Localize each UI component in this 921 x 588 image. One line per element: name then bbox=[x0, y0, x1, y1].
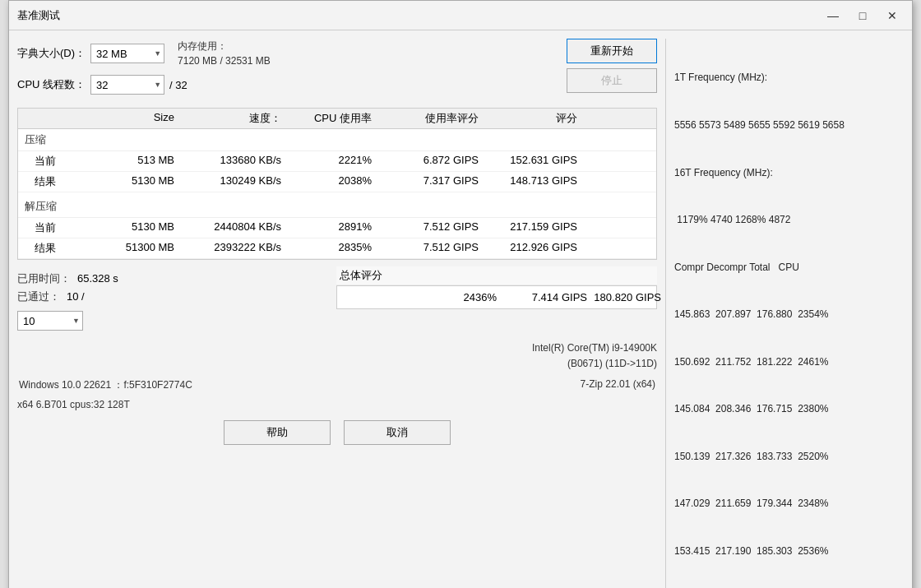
total-rating: 7.414 GIPS bbox=[497, 291, 587, 303]
row-2: 145.084 208.346 176.715 2380% bbox=[674, 401, 904, 417]
close-button[interactable]: ✕ bbox=[881, 7, 904, 24]
cpu-threads-max: / 32 bbox=[169, 79, 187, 91]
passed-value: 10 / bbox=[67, 290, 85, 303]
row-label: 当前 bbox=[21, 220, 104, 235]
row-speed: 133680 KB/s bbox=[178, 154, 285, 169]
total-row: 2436% 7.414 GIPS 180.820 GIPS bbox=[336, 285, 657, 309]
row-3: 150.139 217.326 183.733 2520% bbox=[674, 449, 904, 465]
os-info: Windows 10.0 22621 ：f:5F310F2774C bbox=[19, 378, 192, 392]
row-score: 152.631 GIPS bbox=[482, 154, 581, 169]
zip-info: 7-Zip 22.01 (x64) bbox=[581, 378, 655, 392]
left-panel: 字典大小(D)： 32 MB 64 MB 128 MB 内存使用： bbox=[17, 39, 657, 588]
table-row: 结果 5130 MB 130249 KB/s 2038% 7.317 GIPS … bbox=[18, 172, 656, 192]
row-label: 结果 bbox=[21, 174, 104, 189]
benchmark-table: Size 速度： CPU 使用率 使用率评分 评分 压缩 当前 513 MB 1… bbox=[17, 108, 657, 260]
mem-info: 内存使用： 7120 MB / 32531 MB bbox=[178, 39, 271, 68]
bottom-section: 已用时间： 65.328 s 已通过： 10 / 10 5 1 bbox=[17, 266, 657, 331]
row-score: 212.926 GIPS bbox=[482, 241, 581, 256]
row-cpu: 2221% bbox=[285, 154, 375, 169]
table-row: 结果 51300 MB 2393222 KB/s 2835% 7.512 GIP… bbox=[18, 238, 656, 259]
bottom-left: 已用时间： 65.328 s 已通过： 10 / 10 5 1 bbox=[17, 266, 328, 331]
freq-16t-values: 1179% 4740 1268% 4872 bbox=[674, 212, 904, 228]
row-rating: 7.317 GIPS bbox=[375, 174, 482, 189]
row-speed: 2440804 KB/s bbox=[178, 220, 285, 235]
arch-info: x64 6.B701 cpus:32 128T bbox=[17, 399, 130, 410]
cpu-info: Intel(R) Core(TM) i9-14900K (B0671) (11D… bbox=[17, 340, 657, 372]
total-section: 总体评分 2436% 7.414 GIPS 180.820 GIPS bbox=[336, 266, 657, 331]
cancel-button[interactable]: 取消 bbox=[344, 420, 451, 445]
restart-button[interactable]: 重新开始 bbox=[567, 39, 657, 63]
window-title: 基准测试 bbox=[17, 8, 60, 23]
row-4: 147.029 211.659 179.344 2348% bbox=[674, 496, 904, 512]
decompress-title: 解压缩 bbox=[18, 196, 656, 218]
freq-1t-label: 1T Frequency (MHz): bbox=[674, 70, 904, 86]
table-header: Size 速度： CPU 使用率 使用率评分 评分 bbox=[18, 109, 656, 129]
col-score: 评分 bbox=[482, 111, 581, 126]
freq-1t-values: 5556 5573 5489 5655 5592 5619 5658 bbox=[674, 118, 904, 133]
table-row: 当前 513 MB 133680 KB/s 2221% 6.872 GIPS 1… bbox=[18, 151, 656, 172]
total-score: 180.820 GIPS bbox=[587, 291, 661, 303]
elapsed-value: 65.328 s bbox=[77, 272, 118, 285]
freq-16t-label: 16T Frequency (MHz): bbox=[674, 165, 904, 181]
footer-info: Windows 10.0 22621 ：f:5F310F2774C 7-Zip … bbox=[17, 378, 657, 392]
col-header: Compr Decompr Total CPU bbox=[674, 260, 904, 275]
col-size: Size bbox=[104, 111, 178, 126]
dict-size-label: 字典大小(D)： bbox=[17, 46, 86, 61]
cpu-threads-label: CPU 线程数： bbox=[17, 77, 86, 92]
row-label: 当前 bbox=[21, 154, 104, 169]
row-5: 153.415 217.190 185.303 2536% bbox=[674, 544, 904, 559]
row-size: 5130 MB bbox=[104, 174, 178, 189]
row-speed: 2393222 KB/s bbox=[178, 241, 285, 256]
row-cpu: 2038% bbox=[285, 174, 375, 189]
row-speed: 130249 KB/s bbox=[178, 174, 285, 189]
pass-select[interactable]: 10 5 1 bbox=[17, 311, 83, 331]
total-label: 总体评分 bbox=[336, 266, 657, 285]
row-score: 148.713 GIPS bbox=[482, 174, 581, 189]
bottom-buttons: 帮助 取消 bbox=[17, 410, 657, 451]
compress-title: 压缩 bbox=[18, 129, 656, 151]
row-rating: 6.872 GIPS bbox=[375, 154, 482, 169]
table-row: 当前 5130 MB 2440804 KB/s 2891% 7.512 GIPS… bbox=[18, 218, 656, 238]
cpu-threads-select[interactable]: 32 16 8 bbox=[90, 75, 164, 95]
help-button[interactable]: 帮助 bbox=[224, 420, 331, 445]
row-rating: 7.512 GIPS bbox=[375, 220, 482, 235]
row-size: 513 MB bbox=[104, 154, 178, 169]
row-rating: 7.512 GIPS bbox=[375, 241, 482, 256]
row-1: 150.692 211.752 181.222 2461% bbox=[674, 354, 904, 370]
right-panel: 1T Frequency (MHz): 5556 5573 5489 5655 … bbox=[665, 39, 904, 588]
footer-area: Intel(R) Core(TM) i9-14900K (B0671) (11D… bbox=[17, 340, 657, 410]
col-cpu: CPU 使用率 bbox=[285, 111, 375, 126]
row-label: 结果 bbox=[21, 241, 104, 256]
dict-size-select[interactable]: 32 MB 64 MB 128 MB bbox=[90, 44, 164, 63]
row-score: 217.159 GIPS bbox=[482, 220, 581, 235]
titlebar-controls: — □ ✕ bbox=[821, 7, 904, 24]
row-size: 51300 MB bbox=[104, 241, 178, 256]
row-cpu: 2835% bbox=[285, 241, 375, 256]
col-speed: 速度： bbox=[178, 111, 285, 126]
passed-label: 已通过： bbox=[17, 289, 60, 304]
action-buttons: 重新开始 停止 bbox=[567, 39, 657, 93]
maximize-button[interactable]: □ bbox=[851, 7, 874, 24]
minimize-button[interactable]: — bbox=[821, 7, 845, 24]
col-rating: 使用率评分 bbox=[375, 111, 482, 126]
stop-button[interactable]: 停止 bbox=[567, 68, 657, 93]
row-size: 5130 MB bbox=[104, 220, 178, 235]
total-cpu: 2436% bbox=[406, 291, 497, 303]
row-cpu: 2891% bbox=[285, 220, 375, 235]
row-0: 145.863 207.897 176.880 2354% bbox=[674, 307, 904, 322]
elapsed-label: 已用时间： bbox=[17, 271, 71, 286]
